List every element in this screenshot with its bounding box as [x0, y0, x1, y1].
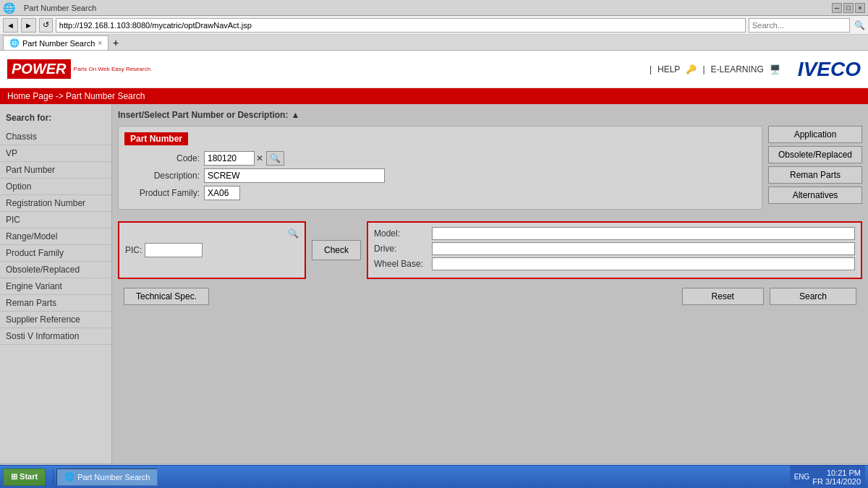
right-buttons: Application Obsolete/Replaced Reman Part… [768, 126, 862, 215]
description-input[interactable] [204, 168, 385, 183]
sidebar-item-engine-variant[interactable]: Engine Variant [0, 278, 111, 295]
tab-close-btn[interactable]: × [98, 39, 102, 47]
maximize-btn[interactable]: □ [843, 3, 854, 13]
iveco-logo: IVECO [798, 58, 861, 81]
home-link[interactable]: Home Page [7, 91, 53, 101]
clock-time: 10:21 PM [812, 468, 861, 477]
bottom-bar: Technical Spec. Reset Search [118, 285, 862, 308]
minimize-btn[interactable]: ─ [832, 3, 842, 13]
browser-tab-bar: 🌐 Part Number Search × + [0, 35, 868, 51]
wheel-base-label: Wheel Base: [374, 259, 432, 269]
url-input[interactable] [56, 18, 746, 33]
forward-btn[interactable]: ► [21, 18, 36, 33]
logo-subtitle: Parts On Web Easy Research [74, 66, 151, 73]
breadcrumb: Home Page -> Part Number Search [0, 88, 868, 104]
back-btn[interactable]: ◄ [3, 18, 18, 33]
sidebar-item-obsolete[interactable]: Obsolete/Replaced [0, 262, 111, 278]
refresh-btn[interactable]: ↺ [39, 18, 53, 33]
sidebar-item-pic[interactable]: PIC [0, 212, 111, 228]
sidebar-item-range-model[interactable]: Range/Model [0, 228, 111, 245]
check-button[interactable]: Check [312, 240, 361, 260]
sidebar-item-option[interactable]: Option [0, 179, 111, 195]
content-title-text: Insert/Select Part Number or Description… [118, 110, 288, 120]
code-input[interactable] [204, 151, 255, 166]
code-scan-btn[interactable]: 🔍 [266, 151, 284, 166]
code-clear-btn[interactable]: ✕ [256, 153, 263, 163]
part-number-section: Part Number Code: ✕ 🔍 Description: Produ… [118, 126, 762, 210]
wheel-base-value[interactable] [432, 257, 855, 270]
product-family-label: Product Family: [124, 188, 204, 198]
sidebar-item-sosti-v[interactable]: Sosti V Information [0, 328, 111, 345]
model-label: Model: [374, 228, 432, 239]
help-link[interactable]: HELP [658, 64, 680, 74]
pic-input[interactable] [145, 243, 203, 257]
browser-search-input[interactable] [749, 18, 850, 33]
drive-value[interactable] [432, 242, 855, 255]
pic-label: PIC: [125, 245, 142, 255]
description-label: Description: [124, 171, 204, 181]
technical-spec-btn[interactable]: Technical Spec. [124, 288, 209, 305]
sidebar-header: Search for: [0, 110, 111, 129]
sidebar-item-vp[interactable]: VP [0, 145, 111, 162]
elearning-link[interactable]: E-LEARNING [711, 64, 764, 74]
sidebar-item-chassis[interactable]: Chassis [0, 129, 111, 145]
taskbar-divider [53, 470, 54, 484]
browser-title-bar: 🌐 Part Number Search ─ □ × [0, 0, 868, 16]
product-family-input[interactable] [204, 186, 240, 200]
part-number-fields: Code: ✕ 🔍 Description: Product Family: [124, 151, 756, 200]
start-button[interactable]: ⊞ Start [3, 468, 46, 486]
logo-power: POWER [7, 59, 71, 79]
elearning-icon: 🖥️ [770, 64, 780, 74]
obsolete-replaced-btn[interactable]: Obsolete/Replaced [768, 146, 862, 163]
search-btn[interactable]: Search [770, 288, 856, 305]
new-tab-btn[interactable]: + [109, 35, 123, 50]
sidebar-item-supplier-ref[interactable]: Supplier Reference [0, 312, 111, 328]
tab-icon: 🌐 [9, 38, 20, 48]
main-layout: Search for: Chassis VP Part Number Optio… [0, 104, 868, 463]
windows-taskbar: ⊞ Start 🌐 Part Number Search ENG 10:21 P… [0, 465, 868, 488]
check-btn-wrapper: Check [312, 221, 361, 279]
sidebar-item-registration[interactable]: Registration Number [0, 195, 111, 212]
logo-section: POWER Parts On Web Easy Research [7, 59, 150, 79]
start-label: Start [20, 472, 38, 481]
application-btn[interactable]: Application [768, 126, 862, 143]
reset-btn[interactable]: Reset [682, 288, 764, 305]
win-systray: ENG 10:21 PM FR 3/14/2020 [790, 466, 865, 488]
sidebar-item-product-family[interactable]: Product Family [0, 245, 111, 262]
pipe-sep1: | [650, 64, 652, 74]
alternatives-btn[interactable]: Alternatives [768, 187, 862, 204]
taskbar-task-item[interactable]: 🌐 Part Number Search [56, 468, 158, 486]
content-title: Insert/Select Part Number or Description… [118, 110, 862, 120]
reman-parts-btn[interactable]: Reman Parts [768, 166, 862, 184]
browser-tab-active[interactable]: 🌐 Part Number Search × [3, 35, 109, 50]
breadcrumb-sep: -> [53, 91, 66, 101]
code-row: Code: ✕ 🔍 [124, 151, 756, 166]
browser-title: Part Number Search [24, 4, 96, 12]
pic-section: PIC: 🔍 [118, 221, 306, 279]
pipe-sep2: | [702, 64, 705, 74]
description-row: Description: [124, 168, 756, 183]
breadcrumb-current: Part Number Search [66, 91, 145, 101]
code-label: Code: [124, 153, 204, 163]
sidebar: Search for: Chassis VP Part Number Optio… [0, 104, 112, 463]
help-icon: 🔑 [686, 64, 697, 74]
model-value[interactable] [432, 227, 855, 240]
tab-label: Part Number Search [22, 39, 95, 48]
header-links: | HELP 🔑 | E-LEARNING 🖥️ IVECO [650, 58, 861, 81]
drive-label: Drive: [374, 244, 432, 254]
bottom-right-btns: Reset Search [682, 288, 856, 305]
wheel-base-row: Wheel Base: [374, 257, 855, 270]
win-clock: 10:21 PM FR 3/14/2020 [812, 468, 861, 486]
model-row: Model: [374, 227, 855, 240]
task-label: Part Number Search [77, 473, 150, 481]
sidebar-item-part-number[interactable]: Part Number [0, 162, 111, 179]
search-icon: 🔍 [854, 20, 865, 30]
task-icon: 🌐 [64, 472, 75, 481]
sidebar-item-reman-parts[interactable]: Reman Parts [0, 295, 111, 312]
pic-scan-btn[interactable]: 🔍 [288, 228, 299, 239]
content-title-arrow: ▲ [291, 110, 299, 120]
app-header: POWER Parts On Web Easy Research | HELP … [0, 51, 868, 88]
start-icon: ⊞ [11, 472, 17, 481]
close-btn[interactable]: × [855, 3, 865, 13]
browser-nav-bar: ◄ ► ↺ 🔍 [0, 16, 868, 35]
